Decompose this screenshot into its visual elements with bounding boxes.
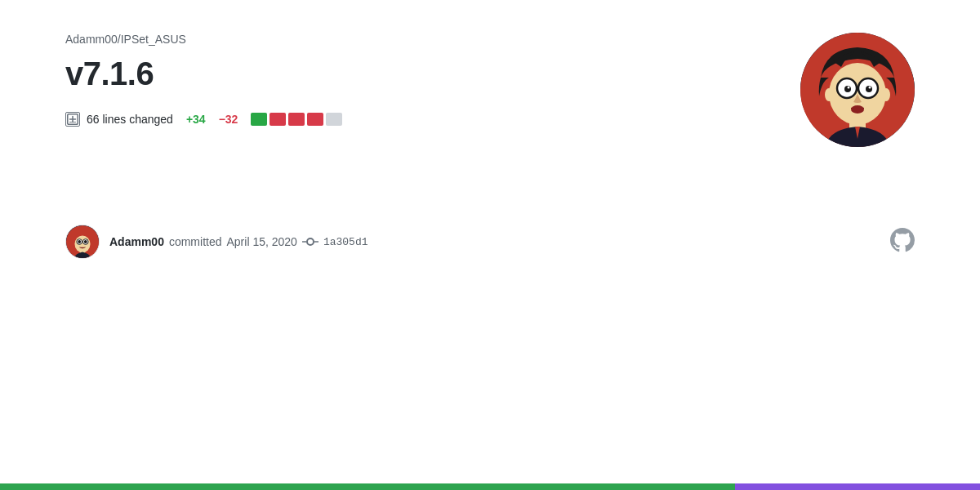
svg-point-20 xyxy=(74,235,90,252)
commit-action: committed xyxy=(169,235,222,248)
commit-row: Adamm00 committed April 15, 2020 1a305d1 xyxy=(65,225,915,259)
svg-point-18 xyxy=(882,88,890,101)
commit-info: Adamm00 committed April 15, 2020 1a305d1 xyxy=(109,234,880,250)
commit-author[interactable]: Adamm00 xyxy=(109,235,164,248)
svg-point-22 xyxy=(78,240,81,243)
bottom-bar-purple xyxy=(735,483,980,490)
user-avatar-large xyxy=(800,33,915,147)
commit-date: April 15, 2020 xyxy=(227,235,297,248)
diff-icon xyxy=(65,112,80,127)
diff-bar-1 xyxy=(251,113,267,126)
repo-path[interactable]: Adamm00/IPSet_ASUS xyxy=(65,33,915,46)
bottom-bar-green xyxy=(0,483,735,490)
lines-changed-text: 66 lines changed xyxy=(87,113,173,126)
svg-point-24 xyxy=(84,240,87,243)
svg-point-10 xyxy=(848,87,850,89)
deletions-count: −32 xyxy=(219,113,238,126)
page-wrapper: Adamm00/IPSet_ASUS v7.1.6 66 lines chang… xyxy=(0,0,980,490)
svg-point-17 xyxy=(825,88,833,101)
version-title: v7.1.6 xyxy=(65,56,915,92)
commit-avatar[interactable] xyxy=(65,225,100,259)
github-icon[interactable] xyxy=(890,228,915,256)
stats-row: 66 lines changed +34 −32 xyxy=(65,112,915,127)
diff-bars xyxy=(251,113,342,126)
svg-point-14 xyxy=(869,87,871,89)
bottom-bar xyxy=(0,483,980,490)
additions-count: +34 xyxy=(186,113,206,126)
diff-bar-2 xyxy=(270,113,286,126)
commit-dot-icon xyxy=(302,234,318,250)
svg-point-16 xyxy=(851,105,864,114)
diff-bar-4 xyxy=(307,113,323,126)
diff-bar-3 xyxy=(288,113,305,126)
svg-point-26 xyxy=(307,238,314,245)
lines-changed: 66 lines changed xyxy=(65,112,173,127)
diff-bar-5 xyxy=(326,113,342,126)
main-content: Adamm00/IPSet_ASUS v7.1.6 66 lines chang… xyxy=(0,0,980,483)
commit-hash[interactable]: 1a305d1 xyxy=(323,236,368,248)
